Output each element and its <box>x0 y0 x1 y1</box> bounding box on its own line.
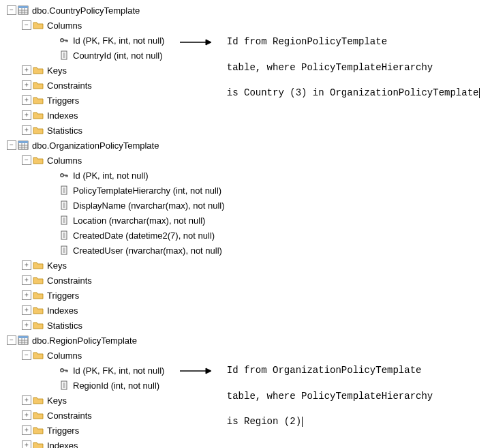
label-column-dbo-organizationpolicytemplate-location--nvarchar-max---not-null-: Location (nvarchar(max), not null) <box>72 215 205 226</box>
column-dbo-organizationpolicytemplate-policytemplatehierarchy--int--not-null-[interactable]: PolicyTemplateHierarchy (int, not null) <box>3 183 492 198</box>
folder-dbo-organizationpolicytemplate-statistics[interactable]: +Statistics <box>3 318 492 333</box>
expander-folder-dbo-regionpolicytemplate-constraints[interactable]: + <box>22 410 31 420</box>
folder-dbo-countrypolicytemplate-indexes[interactable]: +Indexes <box>3 108 492 123</box>
label-column-dbo-organizationpolicytemplate-id--pk--int--not-null-: Id (PK, int, not null) <box>72 170 149 181</box>
column-dbo-organizationpolicytemplate-createduser--nvarchar-max---not-null-[interactable]: CreatedUser (nvarchar(max), not null) <box>3 243 492 258</box>
key-icon <box>59 35 70 46</box>
column-icon <box>59 50 70 61</box>
folder-dbo-organizationpolicytemplate-keys[interactable]: +Keys <box>3 258 492 273</box>
folder-icon <box>33 305 44 316</box>
column-icon <box>59 200 70 211</box>
expander-table-dbo-organizationpolicytemplate[interactable]: − <box>7 140 16 150</box>
table-dbo-organizationpolicytemplate[interactable]: −dbo.OrganizationPolicyTemplate <box>3 138 492 153</box>
folder-dbo-organizationpolicytemplate-columns[interactable]: −Columns <box>3 153 492 168</box>
folder-icon <box>33 425 44 436</box>
expander-folder-dbo-countrypolicytemplate-indexes[interactable]: + <box>22 110 31 120</box>
expander-blank <box>48 35 57 45</box>
folder-icon <box>33 350 44 361</box>
label-column-dbo-organizationpolicytemplate-displayname--nvarchar-max---not-null-: DisplayName (nvarchar(max), not null) <box>72 200 225 211</box>
folder-dbo-organizationpolicytemplate-triggers[interactable]: +Triggers <box>3 288 492 303</box>
expander-folder-dbo-regionpolicytemplate-triggers[interactable]: + <box>22 425 31 435</box>
folder-icon <box>33 320 44 331</box>
expander-blank <box>48 380 57 390</box>
folder-icon <box>33 410 44 421</box>
label-folder-dbo-organizationpolicytemplate-keys: Keys <box>46 260 67 271</box>
label-table-dbo-countrypolicytemplate: dbo.CountryPolicyTemplate <box>31 5 140 16</box>
expander-folder-dbo-organizationpolicytemplate-triggers[interactable]: + <box>22 290 31 300</box>
label-folder-dbo-regionpolicytemplate-triggers: Triggers <box>46 425 79 436</box>
column-icon <box>59 245 70 256</box>
expander-folder-dbo-regionpolicytemplate-keys[interactable]: + <box>22 395 31 405</box>
expander-folder-dbo-countrypolicytemplate-constraints[interactable]: + <box>22 80 31 90</box>
label-column-dbo-countrypolicytemplate-id--pk--fk--int--not-null-: Id (PK, FK, int, not null) <box>72 35 164 46</box>
label-folder-dbo-countrypolicytemplate-indexes: Indexes <box>46 110 78 121</box>
label-folder-dbo-countrypolicytemplate-triggers: Triggers <box>46 95 79 106</box>
expander-folder-dbo-countrypolicytemplate-statistics[interactable]: + <box>22 125 31 135</box>
label-folder-dbo-countrypolicytemplate-statistics: Statistics <box>46 125 82 136</box>
table-icon <box>18 5 29 16</box>
label-folder-dbo-regionpolicytemplate-keys: Keys <box>46 395 67 406</box>
label-folder-dbo-organizationpolicytemplate-statistics: Statistics <box>46 320 82 331</box>
column-dbo-organizationpolicytemplate-id--pk--int--not-null-[interactable]: Id (PK, int, not null) <box>3 168 492 183</box>
folder-icon <box>33 260 44 271</box>
expander-folder-dbo-organizationpolicytemplate-statistics[interactable]: + <box>22 320 31 330</box>
folder-icon <box>33 440 44 448</box>
folder-dbo-organizationpolicytemplate-constraints[interactable]: +Constraints <box>3 273 492 288</box>
expander-blank <box>48 170 57 180</box>
folder-icon <box>33 80 44 91</box>
label-column-dbo-countrypolicytemplate-countryid--int--not-null-: CountryId (int, not null) <box>72 50 163 61</box>
table-icon <box>18 335 29 346</box>
expander-blank <box>48 185 57 195</box>
folder-icon <box>33 65 44 76</box>
expander-folder-dbo-regionpolicytemplate-indexes[interactable]: + <box>22 440 31 448</box>
table-icon <box>18 140 29 151</box>
expander-folder-dbo-organizationpolicytemplate-constraints[interactable]: + <box>22 275 31 285</box>
label-column-dbo-regionpolicytemplate-id--pk--fk--int--not-null-: Id (PK, FK, int, not null) <box>72 365 164 376</box>
folder-icon <box>33 110 44 121</box>
label-table-dbo-regionpolicytemplate: dbo.RegionPolicyTemplate <box>31 335 137 346</box>
folder-dbo-countrypolicytemplate-statistics[interactable]: +Statistics <box>3 123 492 138</box>
key-icon <box>59 170 70 181</box>
label-folder-dbo-organizationpolicytemplate-triggers: Triggers <box>46 290 79 301</box>
column-icon <box>59 230 70 241</box>
annotation-text-2: Id from OrganizationPolicyTemplate table… <box>215 351 433 428</box>
label-folder-dbo-countrypolicytemplate-constraints: Constraints <box>46 80 92 91</box>
expander-folder-dbo-organizationpolicytemplate-keys[interactable]: + <box>22 260 31 270</box>
column-icon <box>59 215 70 226</box>
folder-icon <box>33 125 44 136</box>
table-dbo-regionpolicytemplate[interactable]: −dbo.RegionPolicyTemplate <box>3 333 492 348</box>
expander-folder-dbo-regionpolicytemplate-columns[interactable]: − <box>22 350 31 360</box>
expander-folder-dbo-countrypolicytemplate-columns[interactable]: − <box>22 20 31 30</box>
expander-folder-dbo-countrypolicytemplate-triggers[interactable]: + <box>22 95 31 105</box>
expander-folder-dbo-organizationpolicytemplate-indexes[interactable]: + <box>22 305 31 315</box>
expander-folder-dbo-countrypolicytemplate-keys[interactable]: + <box>22 65 31 75</box>
expander-blank <box>48 245 57 255</box>
folder-icon <box>33 275 44 286</box>
expander-table-dbo-regionpolicytemplate[interactable]: − <box>7 335 16 345</box>
expander-table-dbo-countrypolicytemplate[interactable]: − <box>7 5 16 15</box>
label-column-dbo-organizationpolicytemplate-createddate--datetime2-7---not-null-: CreatedDate (datetime2(7), not null) <box>72 230 215 241</box>
column-dbo-organizationpolicytemplate-createddate--datetime2-7---not-null-[interactable]: CreatedDate (datetime2(7), not null) <box>3 228 492 243</box>
folder-icon <box>33 20 44 31</box>
expander-blank <box>48 365 57 375</box>
folder-icon <box>33 395 44 406</box>
table-dbo-countrypolicytemplate[interactable]: −dbo.CountryPolicyTemplate <box>3 3 492 18</box>
column-dbo-organizationpolicytemplate-displayname--nvarchar-max---not-null-[interactable]: DisplayName (nvarchar(max), not null) <box>3 198 492 213</box>
label-folder-dbo-countrypolicytemplate-keys: Keys <box>46 65 67 76</box>
label-table-dbo-organizationpolicytemplate: dbo.OrganizationPolicyTemplate <box>31 140 159 151</box>
label-folder-dbo-regionpolicytemplate-columns: Columns <box>46 350 82 361</box>
label-column-dbo-organizationpolicytemplate-createduser--nvarchar-max---not-null-: CreatedUser (nvarchar(max), not null) <box>72 245 222 256</box>
folder-dbo-regionpolicytemplate-indexes[interactable]: +Indexes <box>3 438 492 448</box>
folder-dbo-organizationpolicytemplate-indexes[interactable]: +Indexes <box>3 303 492 318</box>
expander-blank <box>48 200 57 210</box>
key-icon <box>59 365 70 376</box>
expander-folder-dbo-organizationpolicytemplate-columns[interactable]: − <box>22 155 31 165</box>
column-dbo-organizationpolicytemplate-location--nvarchar-max---not-null-[interactable]: Location (nvarchar(max), not null) <box>3 213 492 228</box>
label-folder-dbo-organizationpolicytemplate-indexes: Indexes <box>46 305 78 316</box>
folder-icon <box>33 290 44 301</box>
expander-blank <box>48 215 57 225</box>
expander-blank <box>48 230 57 240</box>
label-folder-dbo-organizationpolicytemplate-constraints: Constraints <box>46 275 92 286</box>
annotation-arrow-1 <box>179 37 213 48</box>
annotation-text-1: Id from RegionPolicyTemplate table, wher… <box>215 23 480 100</box>
